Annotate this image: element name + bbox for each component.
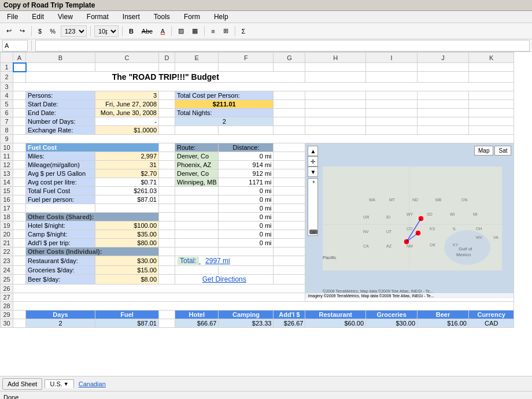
beer-label[interactable]: Beer $/day: — [26, 275, 95, 285]
fuelperson-label[interactable]: Fuel per person: — [26, 195, 95, 204]
cell-g13[interactable] — [274, 169, 305, 178]
cell-j7[interactable] — [418, 117, 469, 126]
sum-button[interactable]: Σ — [239, 27, 249, 36]
cell-a30[interactable] — [13, 319, 26, 328]
dist4[interactable]: 1171 mi — [219, 178, 274, 187]
menu-tools[interactable]: Tools — [152, 12, 172, 21]
cell-d21[interactable] — [159, 239, 175, 247]
cell-e17[interactable] — [175, 204, 219, 213]
cell-b1[interactable] — [26, 63, 95, 72]
startdate-label[interactable]: Start Date: — [26, 100, 95, 109]
row-header-3[interactable]: 3 — [1, 83, 13, 91]
dist8[interactable]: 0 mi — [219, 213, 274, 221]
cell-i6[interactable] — [366, 109, 418, 117]
cell-e24[interactable] — [175, 266, 219, 275]
mileage-value[interactable]: 31 — [95, 161, 159, 169]
groceries-value[interactable]: $15.00 — [95, 266, 159, 275]
cell-a1[interactable] — [13, 63, 26, 72]
cell-g20[interactable] — [274, 230, 305, 239]
fuel-header[interactable]: Fuel — [95, 311, 159, 319]
menu-view[interactable]: View — [56, 12, 75, 21]
cell-e16[interactable] — [175, 195, 219, 204]
sheet-tab-dropdown-icon[interactable]: ▼ — [64, 381, 69, 387]
route3[interactable]: Denver, Co — [175, 169, 219, 178]
cell-d29[interactable] — [159, 311, 175, 319]
cell-g12[interactable] — [274, 161, 305, 169]
col-header-k[interactable]: K — [468, 53, 514, 63]
cell-d16[interactable] — [159, 195, 175, 204]
dist11[interactable]: 0 mi — [219, 239, 274, 247]
totalcost-value[interactable]: $211.01 — [175, 100, 274, 109]
currency-button[interactable]: $ — [35, 27, 45, 36]
menu-insert[interactable]: Insert — [120, 12, 142, 21]
cell-d14[interactable] — [159, 178, 175, 187]
dist1[interactable]: 0 mi — [219, 152, 274, 161]
cell-e21[interactable] — [175, 239, 219, 247]
menu-help[interactable]: Help — [212, 12, 231, 21]
col-header-b[interactable]: B — [26, 53, 95, 63]
col-header-c[interactable]: C — [95, 53, 159, 63]
cell-h4[interactable] — [305, 91, 366, 100]
miles-value[interactable]: 2,997 — [95, 152, 159, 161]
exchrate-value[interactable]: $1.0000 — [95, 126, 159, 135]
startdate-value[interactable]: Fri, June 27, 2008 — [95, 100, 159, 109]
spreadsheet-title[interactable]: The "ROAD TRIP!!!" Budget — [26, 72, 305, 83]
row-header-17[interactable]: 17 — [1, 204, 13, 213]
cell-h10[interactable]: Map Sat ▲ ✛ ▼ + − — [305, 143, 514, 302]
cell-g4[interactable] — [274, 91, 305, 100]
row-header-5[interactable]: 5 — [1, 100, 13, 109]
cell-reference-input[interactable] — [2, 40, 28, 51]
totalfuel-value[interactable]: $261.03 — [95, 187, 159, 195]
number-format-select[interactable]: 123 — [61, 25, 87, 37]
menu-file[interactable]: File — [5, 12, 20, 21]
row-header-21[interactable]: 21 — [1, 239, 13, 247]
cell-g1[interactable] — [274, 63, 305, 72]
totalfuel-label[interactable]: Total Fuel Cost — [26, 187, 95, 195]
cell-h6[interactable] — [305, 109, 366, 117]
cell-d8[interactable] — [159, 126, 175, 135]
cell-g7[interactable] — [274, 117, 305, 126]
row-header-8[interactable]: 8 — [1, 126, 13, 135]
cell-f1[interactable] — [219, 63, 274, 72]
get-directions-link[interactable]: Get Directions — [175, 275, 274, 285]
enddate-value[interactable]: Mon, June 30, 2008 — [95, 109, 159, 117]
numdays-label[interactable]: Number of Days: — [26, 117, 95, 126]
days-header[interactable]: Days — [26, 311, 95, 319]
cell-a21[interactable] — [13, 239, 26, 247]
align-button[interactable]: ≡ — [208, 27, 217, 36]
mileage-label[interactable]: Mileage(mi/gallon) — [26, 161, 95, 169]
cell-h2[interactable] — [305, 72, 366, 83]
avggallon-value[interactable]: $2.70 — [95, 169, 159, 178]
cell-c17[interactable] — [95, 204, 159, 213]
currency-header[interactable]: Currency — [468, 311, 514, 319]
route4[interactable]: Winnipeg, MB — [175, 178, 219, 187]
row-header-29[interactable]: 29 — [1, 311, 13, 319]
fuelcost-header[interactable]: Fuel Cost — [26, 143, 159, 152]
cell-g17[interactable] — [274, 204, 305, 213]
cell-g6[interactable] — [274, 109, 305, 117]
row9-empty[interactable] — [13, 135, 514, 143]
col-header-h[interactable]: H — [305, 53, 366, 63]
redo-button[interactable]: ↪ — [17, 26, 28, 36]
cell-d15[interactable] — [159, 187, 175, 195]
beer-val[interactable]: $16.00 — [418, 319, 469, 328]
canadian-sheet-link[interactable]: Canadian — [79, 380, 106, 387]
row-header-30[interactable]: 30 — [1, 319, 13, 328]
cell-a18[interactable] — [13, 213, 26, 221]
restaurant-label[interactable]: Restaurant $/day: — [26, 256, 95, 266]
cell-d30[interactable] — [159, 319, 175, 328]
row3-empty[interactable] — [13, 83, 514, 91]
cell-f8[interactable] — [219, 126, 274, 135]
col-header-a[interactable]: A — [13, 53, 26, 63]
hotel-header[interactable]: Hotel — [175, 311, 219, 319]
cell-a29[interactable] — [13, 311, 26, 319]
cell-d18[interactable] — [159, 213, 175, 221]
col-header-g[interactable]: G — [274, 53, 305, 63]
undo-button[interactable]: ↩ — [3, 26, 14, 36]
cell-d10[interactable] — [159, 143, 175, 152]
row28-empty[interactable] — [13, 302, 514, 311]
col-header-e[interactable]: E — [175, 53, 219, 63]
cell-g18[interactable] — [274, 213, 305, 221]
cell-e1[interactable] — [175, 63, 219, 72]
row-header-16[interactable]: 16 — [1, 195, 13, 204]
